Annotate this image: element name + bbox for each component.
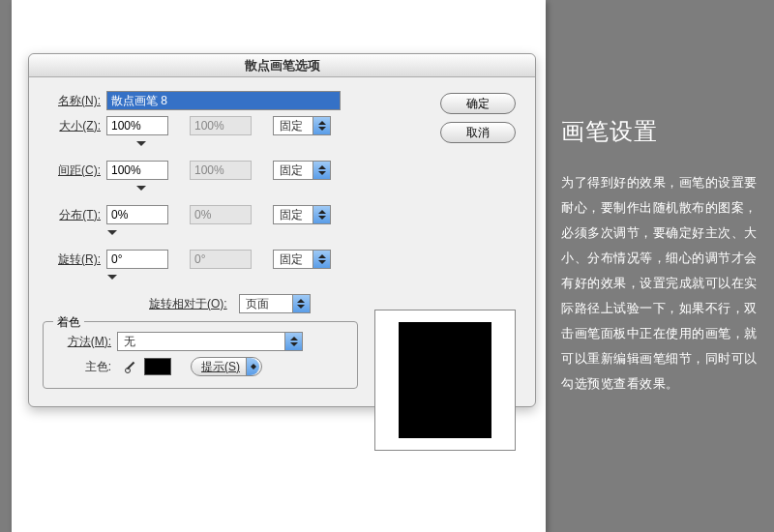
dropdown-arrow-icon: [284, 333, 302, 350]
rotate-relative-label: 旋转相对于(O):: [149, 296, 227, 312]
method-label: 方法(M):: [53, 334, 111, 350]
preview-swatch: [399, 322, 491, 438]
scatter-brush-options-dialog: 散点画笔选项 名称(N): 大小(Z): 固定 间距(C):: [28, 53, 536, 407]
scatter-mode-select[interactable]: 固定: [273, 205, 331, 224]
spacing-input-2: [190, 161, 252, 180]
scatter-input-2: [190, 205, 252, 224]
name-input[interactable]: [106, 91, 341, 110]
rotate-mode-select[interactable]: 固定: [273, 250, 331, 269]
dropdown-arrow-icon: [292, 295, 310, 312]
rotate-slider[interactable]: [106, 275, 176, 284]
rotate-input-2: [190, 250, 252, 269]
side-body: 为了得到好的效果，画笔的设置要耐心，要制作出随机散布的图案，必须多次调节，要确定…: [561, 170, 759, 397]
document-page: 散点画笔选项 名称(N): 大小(Z): 固定 间距(C):: [12, 0, 546, 532]
scatter-label: 分布(T):: [43, 207, 101, 223]
scatter-input-1[interactable]: [106, 205, 168, 224]
rotate-input-1[interactable]: [106, 250, 168, 269]
spacing-row: 间距(C): 固定: [43, 161, 521, 180]
dropdown-arrow-icon: [313, 251, 330, 268]
rotate-row: 旋转(R): 固定: [43, 250, 521, 269]
dropdown-arrow-icon: [313, 162, 330, 179]
method-row: 方法(M): 无: [53, 332, 347, 351]
size-mode-select[interactable]: 固定: [273, 116, 331, 135]
keycolor-row: 主色: 提示(S): [53, 357, 347, 376]
tint-group: 着色 方法(M): 无 主色: 提示(S): [43, 321, 358, 389]
scatter-slider[interactable]: [106, 230, 176, 240]
size-slider[interactable]: [106, 141, 176, 151]
method-select[interactable]: 无: [117, 332, 303, 351]
side-text: 画笔设置 为了得到好的效果，画笔的设置要耐心，要制作出随机散布的图案，必须多次调…: [561, 116, 759, 397]
name-label: 名称(N):: [43, 93, 101, 109]
spacing-slider[interactable]: [106, 186, 176, 195]
spacing-input-1[interactable]: [106, 161, 168, 180]
cancel-button[interactable]: 取消: [440, 122, 516, 143]
brush-preview: [374, 310, 516, 451]
tint-group-label: 着色: [53, 314, 84, 331]
size-input-1[interactable]: [106, 116, 168, 135]
dialog-title: 散点画笔选项: [29, 54, 535, 77]
keycolor-label: 主色:: [53, 359, 111, 375]
spacing-mode-select[interactable]: 固定: [273, 161, 331, 180]
keycolor-swatch[interactable]: [144, 358, 171, 375]
size-label: 大小(Z):: [43, 118, 101, 134]
tips-button[interactable]: 提示(S): [191, 357, 262, 376]
rotate-relative-select[interactable]: 页面: [239, 294, 311, 313]
dialog-body: 名称(N): 大小(Z): 固定 间距(C): 固定: [29, 77, 535, 406]
dropdown-arrow-icon: [246, 358, 259, 375]
dropdown-arrow-icon: [313, 117, 330, 134]
side-heading: 画笔设置: [561, 116, 759, 147]
eyedropper-icon[interactable]: [123, 359, 138, 374]
size-input-2: [190, 116, 252, 135]
rotate-label: 旋转(R):: [43, 251, 101, 268]
ok-button[interactable]: 确定: [440, 93, 516, 114]
scatter-row: 分布(T): 固定: [43, 205, 521, 224]
dropdown-arrow-icon: [313, 206, 330, 223]
spacing-label: 间距(C):: [43, 163, 101, 179]
